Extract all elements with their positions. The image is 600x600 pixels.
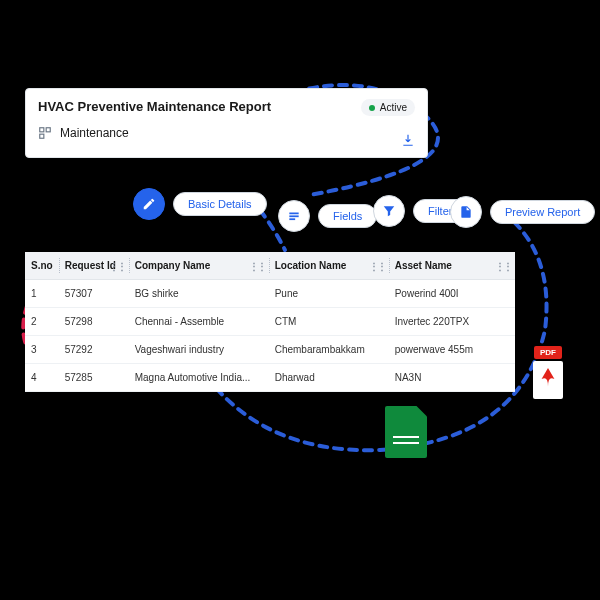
cell-request_id: 57292 bbox=[59, 336, 129, 364]
cell-sno: 1 bbox=[25, 280, 59, 308]
report-header-card: HVAC Preventive Maintenance Report Activ… bbox=[25, 88, 428, 158]
svg-rect-3 bbox=[46, 128, 50, 132]
col-company[interactable]: Company Name⋮⋮ bbox=[129, 252, 269, 280]
cell-company: Chennai - Assemble bbox=[129, 308, 269, 336]
fields-icon bbox=[278, 200, 310, 232]
cell-sno: 4 bbox=[25, 364, 59, 392]
step-basic-details[interactable]: Basic Details bbox=[133, 188, 267, 220]
table-row[interactable]: 457285Magna Automotive India...DharwadNA… bbox=[25, 364, 515, 392]
filter-icon bbox=[373, 195, 405, 227]
svg-rect-2 bbox=[40, 128, 44, 132]
report-title: HVAC Preventive Maintenance Report bbox=[38, 99, 415, 114]
table-row[interactable]: 357292Vageshwari industryChembarambakkam… bbox=[25, 336, 515, 364]
cell-asset: Invertec 220TPX bbox=[389, 308, 515, 336]
table-row[interactable]: 157307BG shirkePunePowerind 400I bbox=[25, 280, 515, 308]
col-location[interactable]: Location Name⋮⋮ bbox=[269, 252, 389, 280]
step-preview[interactable]: Preview Report bbox=[450, 196, 595, 228]
excel-file-icon[interactable] bbox=[385, 406, 427, 458]
drag-icon[interactable]: ⋮⋮ bbox=[249, 260, 265, 271]
cell-location: Pune bbox=[269, 280, 389, 308]
pdf-label: PDF bbox=[534, 346, 562, 359]
cell-asset: powerwave 455m bbox=[389, 336, 515, 364]
col-sno[interactable]: S.no bbox=[25, 252, 59, 280]
table-row[interactable]: 257298Chennai - AssembleCTMInvertec 220T… bbox=[25, 308, 515, 336]
cell-location: Chembarambakkam bbox=[269, 336, 389, 364]
step-fields-label: Fields bbox=[318, 204, 377, 228]
cell-location: CTM bbox=[269, 308, 389, 336]
step-fields[interactable]: Fields bbox=[278, 200, 377, 232]
cell-request_id: 57298 bbox=[59, 308, 129, 336]
category-icon bbox=[38, 126, 52, 140]
cell-company: Magna Automotive India... bbox=[129, 364, 269, 392]
step-basic-label: Basic Details bbox=[173, 192, 267, 216]
status-badge: Active bbox=[361, 99, 415, 116]
preview-icon bbox=[450, 196, 482, 228]
cell-company: Vageshwari industry bbox=[129, 336, 269, 364]
cell-sno: 3 bbox=[25, 336, 59, 364]
svg-rect-4 bbox=[40, 134, 44, 138]
cell-request_id: 57285 bbox=[59, 364, 129, 392]
category-text: Maintenance bbox=[60, 126, 129, 140]
svg-rect-7 bbox=[289, 218, 295, 220]
svg-rect-6 bbox=[289, 215, 298, 217]
cell-asset: Powerind 400I bbox=[389, 280, 515, 308]
cell-sno: 2 bbox=[25, 308, 59, 336]
cell-location: Dharwad bbox=[269, 364, 389, 392]
report-table: S.no Request Id⋮⋮ Company Name⋮⋮ Locatio… bbox=[25, 252, 515, 392]
download-icon[interactable] bbox=[401, 133, 415, 147]
drag-icon[interactable]: ⋮⋮ bbox=[495, 260, 511, 271]
col-request-id[interactable]: Request Id⋮⋮ bbox=[59, 252, 129, 280]
drag-icon[interactable]: ⋮⋮ bbox=[369, 260, 385, 271]
status-dot-icon bbox=[369, 105, 375, 111]
table-header-row: S.no Request Id⋮⋮ Company Name⋮⋮ Locatio… bbox=[25, 252, 515, 280]
drag-icon[interactable]: ⋮⋮ bbox=[109, 260, 125, 271]
cell-asset: NA3N bbox=[389, 364, 515, 392]
col-asset[interactable]: Asset Name⋮⋮ bbox=[389, 252, 515, 280]
edit-icon bbox=[133, 188, 165, 220]
cell-company: BG shirke bbox=[129, 280, 269, 308]
pdf-file-icon[interactable]: PDF bbox=[533, 346, 563, 399]
cell-request_id: 57307 bbox=[59, 280, 129, 308]
status-text: Active bbox=[380, 102, 407, 113]
step-preview-label: Preview Report bbox=[490, 200, 595, 224]
pdf-body-icon bbox=[533, 361, 563, 399]
svg-point-8 bbox=[547, 370, 550, 373]
svg-rect-5 bbox=[289, 213, 298, 215]
